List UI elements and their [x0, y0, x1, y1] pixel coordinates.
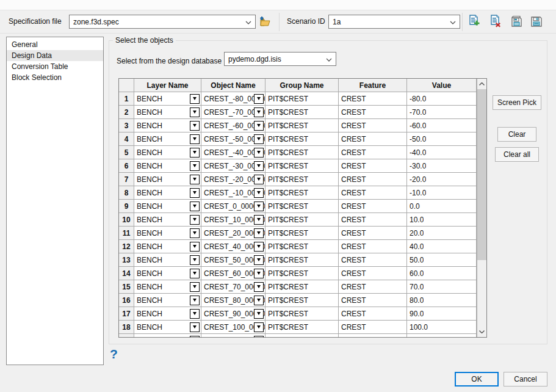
value-cell[interactable]: -50.0 [407, 132, 477, 146]
layer-dropdown-button[interactable] [190, 296, 200, 305]
save-scenario-button[interactable] [508, 13, 524, 31]
specification-file-combobox[interactable]: zone.f3d.spec [69, 15, 256, 29]
layer-name-cell[interactable]: BENCH [134, 119, 201, 132]
object-name-cell[interactable]: CREST_90_000000 [201, 307, 265, 321]
layer-dropdown-button[interactable] [190, 228, 200, 238]
layer-name-cell[interactable]: BENCH [134, 321, 201, 334]
value-cell[interactable]: 20.0 [407, 227, 477, 240]
layer-name-cell[interactable]: BENCH [134, 200, 201, 213]
object-dropdown-button[interactable] [254, 121, 264, 131]
group-name-cell[interactable]: PIT$CREST [265, 186, 339, 200]
layer-name-cell[interactable]: BENCH [134, 253, 201, 267]
group-name-cell[interactable]: PIT$CREST [265, 200, 339, 213]
layer-name-cell[interactable]: BENCH [134, 213, 201, 227]
layer-name-cell[interactable]: BENCH [134, 92, 201, 106]
layer-dropdown-button[interactable] [190, 242, 200, 252]
feature-cell[interactable]: CREST [339, 106, 407, 119]
layer-dropdown-button[interactable] [190, 201, 200, 211]
object-dropdown-button[interactable] [254, 336, 264, 338]
value-cell[interactable]: -20.0 [407, 173, 477, 186]
group-name-cell[interactable]: PIT$CREST [265, 267, 339, 280]
layer-dropdown-button[interactable] [190, 322, 200, 332]
feature-cell[interactable]: CREST [339, 146, 407, 159]
scroll-up-icon[interactable] [477, 79, 486, 89]
clear-button[interactable]: Clear [497, 127, 536, 142]
object-name-cell[interactable]: CREST_110_00000 [201, 334, 265, 338]
feature-cell[interactable]: CREST [339, 186, 407, 200]
delete-scenario-button[interactable] [488, 13, 504, 31]
object-dropdown-button[interactable] [254, 228, 264, 238]
sidebar-item-design-data[interactable]: Design Data [7, 50, 103, 61]
group-name-cell[interactable]: PIT$CREST [265, 334, 339, 338]
feature-cell[interactable]: CREST [339, 132, 407, 146]
layer-dropdown-button[interactable] [190, 255, 200, 265]
group-name-cell[interactable]: PIT$CREST [265, 159, 339, 173]
value-cell[interactable]: 0.0 [407, 200, 477, 213]
value-cell[interactable]: -80.0 [407, 92, 477, 106]
object-name-cell[interactable]: CREST_-40_00000 [201, 146, 265, 159]
object-dropdown-button[interactable] [254, 309, 264, 319]
value-cell[interactable]: -10.0 [407, 186, 477, 200]
layer-name-cell[interactable]: BENCH [134, 106, 201, 119]
layer-dropdown-button[interactable] [190, 94, 200, 104]
layer-name-cell[interactable]: BENCH [134, 186, 201, 200]
feature-cell[interactable]: CREST [339, 159, 407, 173]
object-name-cell[interactable]: CREST_60_000000 [201, 267, 265, 280]
group-name-cell[interactable]: PIT$CREST [265, 213, 339, 227]
object-dropdown-button[interactable] [254, 161, 264, 171]
layer-dropdown-button[interactable] [190, 175, 200, 184]
object-dropdown-button[interactable] [254, 269, 264, 278]
object-dropdown-button[interactable] [254, 322, 264, 332]
feature-cell[interactable]: CREST [339, 92, 407, 106]
layer-dropdown-button[interactable] [190, 148, 200, 158]
feature-cell[interactable]: CREST [339, 173, 407, 186]
value-cell[interactable]: 40.0 [407, 240, 477, 253]
feature-cell[interactable]: CREST [339, 227, 407, 240]
layer-dropdown-button[interactable] [190, 161, 200, 171]
screen-pick-button[interactable]: Screen Pick [493, 95, 541, 110]
layer-dropdown-button[interactable] [190, 188, 200, 198]
layer-dropdown-button[interactable] [190, 269, 200, 278]
object-name-cell[interactable]: CREST_70_000000 [201, 280, 265, 294]
object-dropdown-button[interactable] [254, 94, 264, 104]
value-cell[interactable]: 50.0 [407, 253, 477, 267]
object-name-cell[interactable]: CREST_-70_00000 [201, 106, 265, 119]
save-as-button[interactable] [529, 13, 544, 31]
feature-cell[interactable]: CREST [339, 280, 407, 294]
feature-cell[interactable]: CREST [339, 119, 407, 132]
object-dropdown-button[interactable] [254, 175, 264, 184]
group-name-cell[interactable]: PIT$CREST [265, 106, 339, 119]
object-name-cell[interactable]: CREST_80_000000 [201, 294, 265, 307]
layer-name-cell[interactable]: BENCH [134, 294, 201, 307]
clear-all-button[interactable]: Clear all [495, 147, 539, 162]
feature-cell[interactable]: CREST [339, 334, 407, 338]
feature-cell[interactable]: CREST [339, 213, 407, 227]
value-cell[interactable]: 10.0 [407, 213, 477, 227]
group-name-cell[interactable]: PIT$CREST [265, 173, 339, 186]
object-dropdown-button[interactable] [254, 215, 264, 225]
value-cell[interactable]: 100.0 [407, 321, 477, 334]
group-name-cell[interactable]: PIT$CREST [265, 240, 339, 253]
sidebar-item-block-selection[interactable]: Block Selection [7, 72, 103, 83]
object-dropdown-button[interactable] [254, 134, 264, 144]
layer-name-cell[interactable]: BENCH [134, 307, 201, 321]
object-name-cell[interactable]: CREST_-50_00000 [201, 132, 265, 146]
object-name-cell[interactable]: CREST_20_000000 [201, 227, 265, 240]
value-cell[interactable]: -30.0 [407, 159, 477, 173]
sidebar-item-conversion-table[interactable]: Conversion Table [7, 61, 103, 72]
object-name-cell[interactable]: CREST_50_000000 [201, 253, 265, 267]
object-name-cell[interactable]: CREST_-20_00000 [201, 173, 265, 186]
scroll-down-icon[interactable] [477, 327, 486, 337]
feature-cell[interactable]: CREST [339, 200, 407, 213]
group-name-cell[interactable]: PIT$CREST [265, 321, 339, 334]
object-dropdown-button[interactable] [254, 148, 264, 158]
layer-dropdown-button[interactable] [190, 282, 200, 292]
value-cell[interactable]: 80.0 [407, 294, 477, 307]
object-dropdown-button[interactable] [254, 282, 264, 292]
layer-name-cell[interactable]: BENCH [134, 132, 201, 146]
group-name-cell[interactable]: PIT$CREST [265, 132, 339, 146]
object-dropdown-button[interactable] [254, 188, 264, 198]
group-name-cell[interactable]: PIT$CREST [265, 307, 339, 321]
value-cell[interactable]: 60.0 [407, 267, 477, 280]
layer-dropdown-button[interactable] [190, 107, 200, 117]
